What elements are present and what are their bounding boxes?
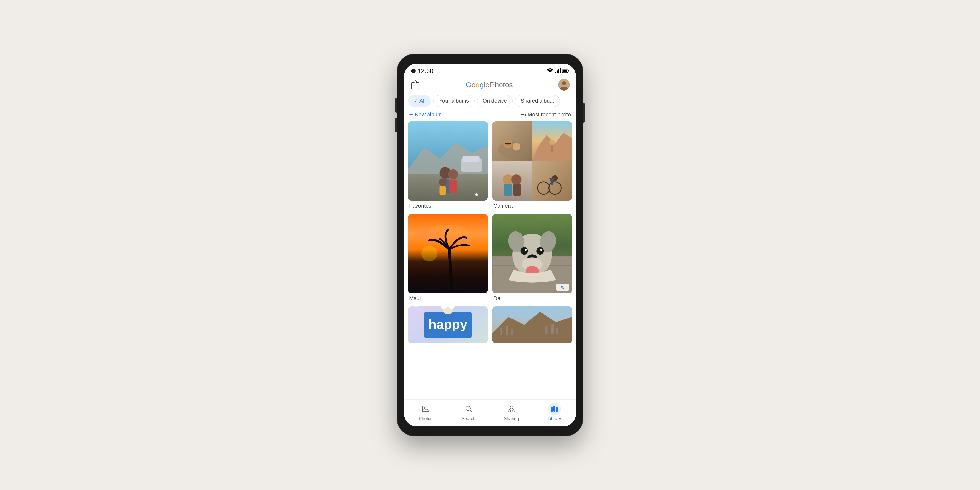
- svg-point-60: [536, 247, 544, 255]
- happy-photo: happy: [408, 307, 488, 343]
- svg-rect-36: [504, 184, 512, 196]
- svg-rect-7: [411, 83, 419, 89]
- album-camera[interactable]: Camera: [492, 121, 572, 209]
- bag-button[interactable]: [410, 80, 420, 90]
- sharing-icon: [508, 405, 516, 413]
- app-logo: Google Photos: [466, 81, 513, 89]
- album-camera-label: Camera: [492, 203, 572, 209]
- signal-icon: [555, 68, 560, 73]
- maui-photo: [408, 214, 488, 293]
- svg-rect-84: [511, 329, 513, 336]
- phone-frame: 12:30: [397, 54, 583, 436]
- svg-point-31: [549, 140, 555, 145]
- svg-rect-82: [500, 328, 503, 336]
- new-album-button[interactable]: + New album: [409, 111, 442, 118]
- svg-point-93: [508, 410, 511, 412]
- svg-point-0: [550, 73, 551, 74]
- svg-rect-6: [563, 70, 567, 72]
- svg-text:happy: happy: [428, 317, 467, 331]
- svg-rect-8: [414, 82, 416, 83]
- new-album-label: New album: [415, 111, 442, 118]
- svg-rect-2: [557, 70, 558, 73]
- nav-library-label: Library: [547, 416, 561, 422]
- svg-point-35: [511, 175, 521, 185]
- tab-all-label: All: [420, 98, 425, 104]
- svg-point-10: [562, 81, 566, 85]
- album-favorites-label: Favorites: [408, 203, 488, 209]
- svg-rect-28: [505, 143, 511, 144]
- tab-shared-albums[interactable]: Shared albu...: [515, 95, 560, 107]
- tab-your-albums-label: Your albums: [439, 98, 469, 104]
- library-icon: [550, 405, 558, 413]
- svg-rect-99: [556, 407, 558, 412]
- nav-photos-label: Photos: [419, 416, 433, 422]
- tab-all[interactable]: ✓ All: [408, 95, 431, 107]
- nav-search-icon-wrap: [462, 402, 475, 415]
- svg-line-96: [512, 409, 513, 410]
- svg-rect-4: [560, 68, 560, 73]
- battery-icon: [562, 68, 569, 73]
- tab-on-device-label: On device: [483, 98, 507, 104]
- tab-shared-albums-label: Shared albu...: [520, 98, 554, 104]
- nav-library[interactable]: Library: [533, 402, 576, 422]
- shopping-bag-icon: [411, 80, 420, 89]
- search-icon: [465, 405, 473, 413]
- album-maui[interactable]: Maui: [408, 214, 488, 302]
- status-time: 12:30: [417, 67, 433, 75]
- tab-your-albums[interactable]: Your albums: [433, 95, 474, 107]
- nav-search[interactable]: Search: [447, 402, 490, 422]
- svg-point-47: [422, 246, 438, 262]
- nav-photos[interactable]: Photos: [404, 402, 447, 422]
- svg-point-21: [439, 178, 446, 186]
- actions-row: + New album Most recent photo: [404, 110, 576, 121]
- svg-line-91: [470, 410, 472, 412]
- album-dali[interactable]: 🐾 Dali: [492, 214, 572, 302]
- photos-icon: [422, 405, 430, 413]
- album-happy[interactable]: happy: [408, 307, 488, 343]
- camera-photo-4: [532, 161, 572, 200]
- svg-point-61: [525, 249, 527, 251]
- plus-icon: +: [409, 111, 413, 118]
- svg-rect-20: [449, 180, 457, 193]
- sort-label: Most recent photo: [528, 111, 571, 118]
- landscape-photo: [492, 307, 572, 343]
- nav-sharing[interactable]: Sharing: [490, 402, 533, 422]
- svg-point-59: [520, 247, 528, 255]
- bottom-nav: Photos Search: [404, 399, 576, 426]
- svg-line-95: [510, 409, 511, 410]
- camera-photo-2: [532, 121, 572, 161]
- user-avatar-icon: [558, 79, 570, 91]
- svg-point-27: [512, 143, 520, 150]
- svg-rect-22: [439, 186, 445, 195]
- sort-button[interactable]: Most recent photo: [520, 111, 571, 118]
- nav-sharing-label: Sharing: [504, 416, 519, 422]
- avatar[interactable]: [558, 79, 570, 91]
- svg-point-94: [512, 410, 515, 412]
- tab-on-device[interactable]: On device: [477, 95, 512, 107]
- main-content: ★ Favorites: [404, 121, 576, 399]
- check-icon: ✓: [414, 98, 418, 104]
- album-maui-label: Maui: [408, 295, 488, 302]
- favorites-photo: ★: [408, 121, 488, 200]
- sort-icon: [520, 112, 526, 118]
- albums-grid: ★ Favorites: [408, 121, 572, 343]
- status-icons: [547, 68, 569, 73]
- svg-rect-98: [554, 406, 555, 412]
- nav-photos-icon-wrap: [420, 402, 432, 415]
- camera-photo-3: [492, 161, 532, 200]
- svg-rect-86: [551, 325, 554, 334]
- svg-rect-87: [556, 328, 558, 334]
- nav-sharing-icon-wrap: [505, 402, 518, 415]
- album-dali-label: Dali: [492, 295, 572, 302]
- camera-photo-1: [492, 121, 532, 161]
- svg-point-19: [448, 169, 458, 179]
- nav-search-label: Search: [461, 416, 476, 422]
- status-bar: 12:30: [404, 64, 576, 76]
- svg-rect-37: [513, 184, 521, 196]
- camera-dot: [411, 68, 415, 73]
- album-landscape[interactable]: [492, 307, 572, 343]
- album-favorites[interactable]: ★ Favorites: [408, 121, 488, 209]
- svg-text:🐾: 🐾: [560, 285, 565, 290]
- phone-screen: 12:30: [404, 64, 576, 426]
- svg-rect-88: [422, 406, 429, 412]
